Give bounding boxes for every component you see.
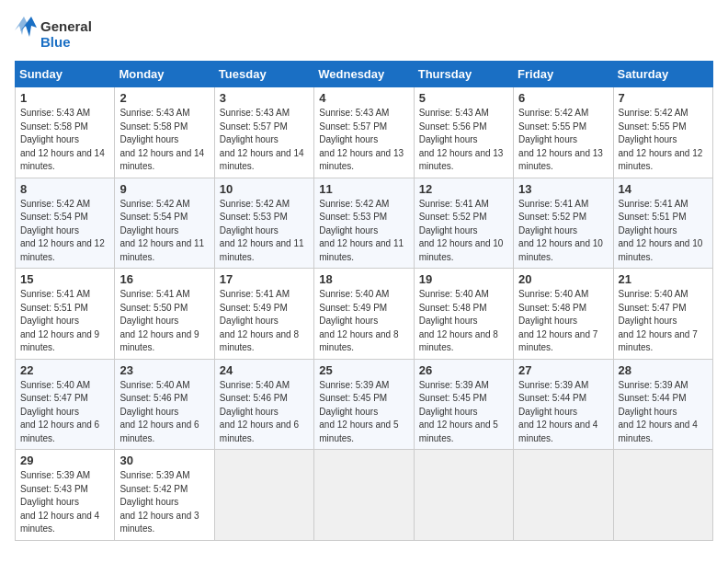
calendar-cell: 26 Sunrise: 5:39 AM Sunset: 5:45 PM Dayl… <box>414 359 513 450</box>
calendar-cell: 16 Sunrise: 5:41 AM Sunset: 5:50 PM Dayl… <box>115 269 214 360</box>
day-number: 20 <box>518 272 608 286</box>
day-number: 6 <box>518 91 608 105</box>
day-number: 19 <box>419 272 508 286</box>
day-detail: Sunrise: 5:39 AM Sunset: 5:43 PM Dayligh… <box>20 469 109 536</box>
day-detail: Sunrise: 5:43 AM Sunset: 5:57 PM Dayligh… <box>220 107 309 174</box>
calendar-cell: 5 Sunrise: 5:43 AM Sunset: 5:56 PM Dayli… <box>414 87 513 178</box>
day-detail: Sunrise: 5:39 AM Sunset: 5:44 PM Dayligh… <box>518 379 608 446</box>
day-detail: Sunrise: 5:40 AM Sunset: 5:46 PM Dayligh… <box>220 379 309 446</box>
day-number: 1 <box>20 91 109 105</box>
calendar-cell: 17 Sunrise: 5:41 AM Sunset: 5:49 PM Dayl… <box>214 269 313 360</box>
day-detail: Sunrise: 5:40 AM Sunset: 5:46 PM Dayligh… <box>119 379 209 446</box>
calendar-cell: 30 Sunrise: 5:39 AM Sunset: 5:42 PM Dayl… <box>115 450 214 541</box>
calendar-cell <box>214 450 313 541</box>
day-detail: Sunrise: 5:42 AM Sunset: 5:53 PM Dayligh… <box>319 198 408 265</box>
page-header: General Blue <box>15 15 713 53</box>
day-detail: Sunrise: 5:43 AM Sunset: 5:58 PM Dayligh… <box>20 107 109 174</box>
day-detail: Sunrise: 5:42 AM Sunset: 5:53 PM Dayligh… <box>220 198 309 265</box>
header-row: SundayMondayTuesdayWednesdayThursdayFrid… <box>16 62 713 87</box>
day-number: 11 <box>319 182 408 196</box>
calendar-cell <box>314 450 414 541</box>
svg-text:Blue: Blue <box>40 34 71 50</box>
calendar-cell: 19 Sunrise: 5:40 AM Sunset: 5:48 PM Dayl… <box>414 269 513 360</box>
header-monday: Monday <box>115 62 214 87</box>
day-number: 28 <box>619 363 708 377</box>
day-number: 5 <box>419 91 508 105</box>
calendar-week-1: 1 Sunrise: 5:43 AM Sunset: 5:58 PM Dayli… <box>16 87 713 178</box>
calendar-cell <box>514 450 613 541</box>
header-sunday: Sunday <box>16 62 115 87</box>
day-detail: Sunrise: 5:40 AM Sunset: 5:48 PM Dayligh… <box>518 288 608 355</box>
day-detail: Sunrise: 5:42 AM Sunset: 5:54 PM Dayligh… <box>119 198 209 265</box>
calendar-cell: 22 Sunrise: 5:40 AM Sunset: 5:47 PM Dayl… <box>16 359 115 450</box>
calendar-table: SundayMondayTuesdayWednesdayThursdayFrid… <box>15 61 713 541</box>
day-number: 8 <box>20 182 109 196</box>
calendar-cell: 13 Sunrise: 5:41 AM Sunset: 5:52 PM Dayl… <box>514 178 613 269</box>
logo-svg: General Blue <box>15 15 97 53</box>
day-detail: Sunrise: 5:41 AM Sunset: 5:52 PM Dayligh… <box>419 198 508 265</box>
day-detail: Sunrise: 5:40 AM Sunset: 5:48 PM Dayligh… <box>419 288 508 355</box>
calendar-cell: 24 Sunrise: 5:40 AM Sunset: 5:46 PM Dayl… <box>214 359 313 450</box>
calendar-cell: 1 Sunrise: 5:43 AM Sunset: 5:58 PM Dayli… <box>16 87 115 178</box>
calendar-week-3: 15 Sunrise: 5:41 AM Sunset: 5:51 PM Dayl… <box>16 269 713 360</box>
day-number: 22 <box>20 363 109 377</box>
calendar-cell: 27 Sunrise: 5:39 AM Sunset: 5:44 PM Dayl… <box>514 359 613 450</box>
calendar-cell: 29 Sunrise: 5:39 AM Sunset: 5:43 PM Dayl… <box>16 450 115 541</box>
day-detail: Sunrise: 5:43 AM Sunset: 5:58 PM Dayligh… <box>119 107 209 174</box>
day-detail: Sunrise: 5:41 AM Sunset: 5:51 PM Dayligh… <box>619 198 708 265</box>
calendar-week-5: 29 Sunrise: 5:39 AM Sunset: 5:43 PM Dayl… <box>16 450 713 541</box>
day-number: 23 <box>119 363 209 377</box>
calendar-cell: 15 Sunrise: 5:41 AM Sunset: 5:51 PM Dayl… <box>16 269 115 360</box>
day-number: 27 <box>518 363 608 377</box>
calendar-cell: 10 Sunrise: 5:42 AM Sunset: 5:53 PM Dayl… <box>214 178 313 269</box>
day-detail: Sunrise: 5:40 AM Sunset: 5:49 PM Dayligh… <box>319 288 408 355</box>
day-number: 26 <box>419 363 508 377</box>
calendar-cell: 14 Sunrise: 5:41 AM Sunset: 5:51 PM Dayl… <box>613 178 712 269</box>
calendar-week-2: 8 Sunrise: 5:42 AM Sunset: 5:54 PM Dayli… <box>16 178 713 269</box>
day-number: 9 <box>119 182 209 196</box>
day-detail: Sunrise: 5:40 AM Sunset: 5:47 PM Dayligh… <box>619 288 708 355</box>
day-detail: Sunrise: 5:41 AM Sunset: 5:51 PM Dayligh… <box>20 288 109 355</box>
day-number: 25 <box>319 363 408 377</box>
day-detail: Sunrise: 5:43 AM Sunset: 5:57 PM Dayligh… <box>319 107 408 174</box>
svg-text:General: General <box>40 18 92 34</box>
calendar-header: SundayMondayTuesdayWednesdayThursdayFrid… <box>16 62 713 87</box>
calendar-cell <box>613 450 712 541</box>
day-detail: Sunrise: 5:41 AM Sunset: 5:52 PM Dayligh… <box>518 198 608 265</box>
calendar-cell: 9 Sunrise: 5:42 AM Sunset: 5:54 PM Dayli… <box>115 178 214 269</box>
day-detail: Sunrise: 5:43 AM Sunset: 5:56 PM Dayligh… <box>419 107 508 174</box>
calendar-cell: 11 Sunrise: 5:42 AM Sunset: 5:53 PM Dayl… <box>314 178 414 269</box>
calendar-cell: 23 Sunrise: 5:40 AM Sunset: 5:46 PM Dayl… <box>115 359 214 450</box>
calendar-cell <box>414 450 513 541</box>
day-number: 10 <box>220 182 309 196</box>
header-tuesday: Tuesday <box>214 62 313 87</box>
logo: General Blue <box>15 15 97 53</box>
day-detail: Sunrise: 5:39 AM Sunset: 5:45 PM Dayligh… <box>419 379 508 446</box>
calendar-cell: 21 Sunrise: 5:40 AM Sunset: 5:47 PM Dayl… <box>613 269 712 360</box>
day-number: 12 <box>419 182 508 196</box>
day-detail: Sunrise: 5:42 AM Sunset: 5:54 PM Dayligh… <box>20 198 109 265</box>
day-number: 30 <box>119 454 209 467</box>
calendar-week-4: 22 Sunrise: 5:40 AM Sunset: 5:47 PM Dayl… <box>16 359 713 450</box>
header-friday: Friday <box>514 62 613 87</box>
calendar-body: 1 Sunrise: 5:43 AM Sunset: 5:58 PM Dayli… <box>16 87 713 541</box>
day-number: 7 <box>619 91 708 105</box>
calendar-cell: 18 Sunrise: 5:40 AM Sunset: 5:49 PM Dayl… <box>314 269 414 360</box>
day-number: 17 <box>220 272 309 286</box>
calendar-cell: 20 Sunrise: 5:40 AM Sunset: 5:48 PM Dayl… <box>514 269 613 360</box>
day-number: 24 <box>220 363 309 377</box>
day-number: 13 <box>518 182 608 196</box>
day-number: 15 <box>20 272 109 286</box>
calendar-cell: 25 Sunrise: 5:39 AM Sunset: 5:45 PM Dayl… <box>314 359 414 450</box>
day-detail: Sunrise: 5:41 AM Sunset: 5:50 PM Dayligh… <box>119 288 209 355</box>
header-saturday: Saturday <box>613 62 712 87</box>
day-number: 3 <box>220 91 309 105</box>
day-number: 29 <box>20 454 109 467</box>
day-number: 14 <box>619 182 708 196</box>
day-detail: Sunrise: 5:39 AM Sunset: 5:45 PM Dayligh… <box>319 379 408 446</box>
day-number: 2 <box>119 91 209 105</box>
day-number: 4 <box>319 91 408 105</box>
header-wednesday: Wednesday <box>314 62 414 87</box>
day-detail: Sunrise: 5:42 AM Sunset: 5:55 PM Dayligh… <box>619 107 708 174</box>
calendar-cell: 7 Sunrise: 5:42 AM Sunset: 5:55 PM Dayli… <box>613 87 712 178</box>
